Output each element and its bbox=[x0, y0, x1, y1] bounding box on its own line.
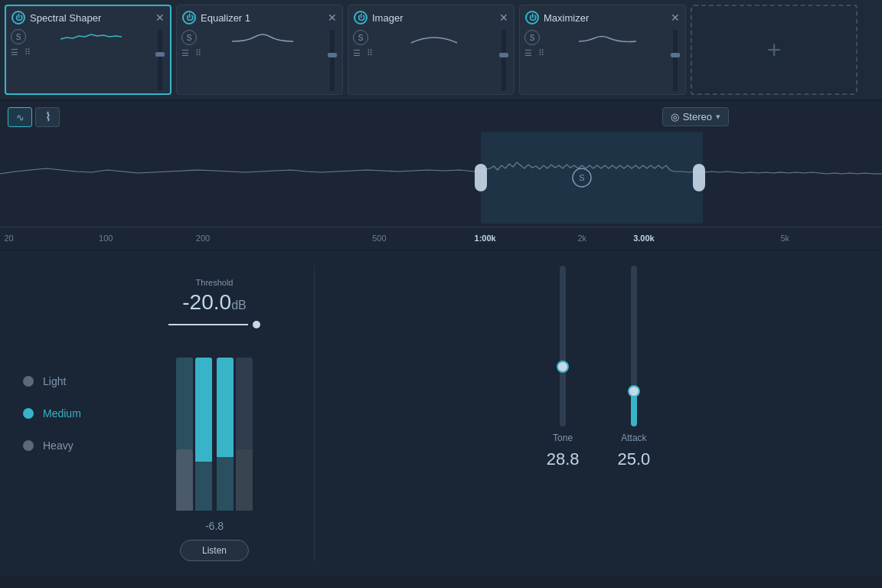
s-button-spectral-shaper[interactable]: S bbox=[11, 29, 26, 44]
meter-value-label: -6.8 bbox=[205, 520, 224, 532]
threshold-label: Threshold bbox=[196, 278, 234, 287]
plugin-name-equalizer-1: Equalizer 1 bbox=[201, 12, 250, 24]
legend-item-medium[interactable]: Medium bbox=[23, 407, 115, 420]
menu-icon-spectral-shaper[interactable]: ☰ bbox=[11, 47, 18, 57]
plugin-name-maximizer: Maximizer bbox=[544, 12, 589, 24]
fader-maximizer[interactable] bbox=[670, 30, 681, 91]
meter-bars bbox=[176, 342, 253, 511]
vu-meter-panel: Threshold -20.0dB bbox=[138, 266, 291, 561]
filter-icon: ⌇ bbox=[45, 110, 51, 124]
legend-dot-medium bbox=[23, 408, 34, 419]
svg-text:S: S bbox=[579, 173, 584, 182]
tone-slider[interactable] bbox=[560, 266, 566, 426]
fader-imager[interactable] bbox=[498, 30, 509, 91]
close-button-maximizer[interactable]: ✕ bbox=[671, 11, 680, 24]
add-plugin-icon: + bbox=[767, 36, 782, 64]
attack-slider-thumb[interactable] bbox=[628, 385, 640, 397]
listen-button[interactable]: Listen bbox=[180, 540, 249, 561]
dots-icon-spectral-shaper[interactable]: ⠿ bbox=[24, 47, 31, 57]
mini-viz-imager bbox=[372, 30, 495, 45]
s-button-maximizer[interactable]: S bbox=[524, 30, 540, 45]
plugin-slot-equalizer-1[interactable]: ⏻ Equalizer 1 ✕ S ☰ ⠿ bbox=[176, 5, 343, 95]
freq-ruler: 20 100 200 500 1:00k 2k 3.00k 5k bbox=[0, 227, 882, 250]
mini-viz-maximizer bbox=[544, 30, 667, 45]
chevron-down-icon: ▾ bbox=[716, 112, 720, 122]
add-plugin-slot[interactable]: + bbox=[691, 5, 858, 95]
svg-rect-2 bbox=[693, 164, 705, 191]
freq-label-1k: 1:00k bbox=[475, 234, 496, 243]
close-button-equalizer-1[interactable]: ✕ bbox=[328, 11, 337, 24]
attack-label: Attack bbox=[621, 433, 646, 443]
controls-section: Light Medium Heavy Threshold -20.0dB bbox=[0, 250, 882, 577]
legend-label-heavy: Heavy bbox=[43, 439, 74, 452]
close-button-imager[interactable]: ✕ bbox=[499, 11, 508, 24]
plugin-name-spectral-shaper: Spectral Shaper bbox=[30, 12, 101, 24]
svg-rect-1 bbox=[475, 164, 487, 191]
analyzer-section: ∿ ⌇ ◎ Stereo ▾ S 20 100 200 500 1:00k 2k… bbox=[0, 101, 882, 250]
dots-icon-imager[interactable]: ⠿ bbox=[367, 48, 373, 58]
menu-icon-imager[interactable]: ☰ bbox=[353, 48, 361, 58]
plugin-slot-spectral-shaper[interactable]: ⏻ Spectral Shaper ✕ S ☰ ⠿ bbox=[5, 5, 172, 95]
plugin-slot-imager[interactable]: ⏻ Imager ✕ S ☰ ⠿ bbox=[348, 5, 514, 95]
analyzer-toolbar: ∿ ⌇ bbox=[0, 101, 67, 127]
dots-icon-maximizer[interactable]: ⠿ bbox=[538, 48, 544, 58]
stereo-icon: ◎ bbox=[671, 111, 679, 122]
freq-label-100: 100 bbox=[99, 234, 113, 243]
legend-dot-light bbox=[23, 376, 34, 387]
attack-slider[interactable] bbox=[631, 266, 637, 426]
s-button-equalizer-1[interactable]: S bbox=[181, 30, 197, 45]
menu-icon-equalizer-1[interactable]: ☰ bbox=[181, 48, 189, 58]
plugin-slot-maximizer[interactable]: ⏻ Maximizer ✕ S ☰ ⠿ bbox=[519, 5, 686, 95]
analyzer-btn-filter[interactable]: ⌇ bbox=[35, 107, 60, 127]
plugin-name-imager: Imager bbox=[372, 12, 403, 24]
attack-value: 25.0 bbox=[618, 449, 651, 469]
dots-icon-equalizer-1[interactable]: ⠿ bbox=[195, 48, 201, 58]
meter-bar-r1 bbox=[217, 358, 234, 511]
threshold-indicator bbox=[253, 321, 260, 328]
mini-viz-spectral-shaper bbox=[30, 29, 152, 44]
power-button-equalizer-1[interactable]: ⏻ bbox=[182, 11, 196, 24]
stereo-selector[interactable]: ◎ Stereo ▾ bbox=[662, 107, 729, 126]
legend-item-heavy[interactable]: Heavy bbox=[23, 439, 115, 452]
tone-label: Tone bbox=[553, 433, 573, 443]
menu-icon-maximizer[interactable]: ☰ bbox=[524, 48, 532, 58]
threshold-unit: dB bbox=[231, 299, 247, 312]
freq-label-500: 500 bbox=[372, 234, 386, 243]
s-button-imager[interactable]: S bbox=[353, 30, 368, 45]
legend-item-light[interactable]: Light bbox=[23, 375, 115, 387]
tone-value: 28.8 bbox=[547, 449, 580, 469]
meter-bar-l1 bbox=[176, 358, 193, 511]
threshold-value: -20.0 bbox=[182, 290, 231, 314]
fader-spectral-shaper[interactable] bbox=[155, 29, 165, 90]
legend-dot-heavy bbox=[23, 440, 34, 451]
freq-label-2k: 2k bbox=[578, 234, 587, 243]
attack-slider-group: Attack 25.0 bbox=[618, 266, 651, 469]
freq-label-3k: 3.00k bbox=[633, 234, 655, 243]
svg-rect-0 bbox=[481, 132, 703, 224]
fader-equalizer-1[interactable] bbox=[327, 30, 338, 91]
tone-slider-thumb[interactable] bbox=[557, 361, 569, 373]
close-button-spectral-shaper[interactable]: ✕ bbox=[155, 11, 165, 24]
tone-slider-group: Tone 28.8 bbox=[547, 266, 580, 469]
power-button-maximizer[interactable]: ⏻ bbox=[525, 11, 539, 24]
power-button-imager[interactable]: ⏻ bbox=[354, 11, 368, 24]
freq-label-20: 20 bbox=[4, 234, 13, 243]
freq-label-200: 200 bbox=[196, 234, 210, 243]
legend-label-light: Light bbox=[43, 375, 66, 387]
meter-bar-l2 bbox=[195, 358, 212, 511]
legend-panel: Light Medium Heavy bbox=[23, 266, 115, 561]
legend-label-medium: Medium bbox=[43, 407, 81, 420]
stereo-label: Stereo bbox=[683, 111, 712, 122]
waveform-icon: ∿ bbox=[16, 112, 24, 123]
mini-viz-equalizer-1 bbox=[201, 30, 324, 45]
analyzer-btn-waveform[interactable]: ∿ bbox=[8, 107, 32, 127]
freq-label-5k: 5k bbox=[780, 234, 789, 243]
plugin-chain: ⏻ Spectral Shaper ✕ S ☰ ⠿ bbox=[0, 0, 882, 101]
power-button-spectral-shaper[interactable]: ⏻ bbox=[11, 11, 25, 24]
meter-bar-r2 bbox=[236, 358, 253, 511]
divider bbox=[314, 266, 315, 561]
spectral-waveform: S bbox=[0, 132, 882, 224]
sliders-panel: Tone 28.8 Attack 25.0 bbox=[338, 266, 859, 561]
